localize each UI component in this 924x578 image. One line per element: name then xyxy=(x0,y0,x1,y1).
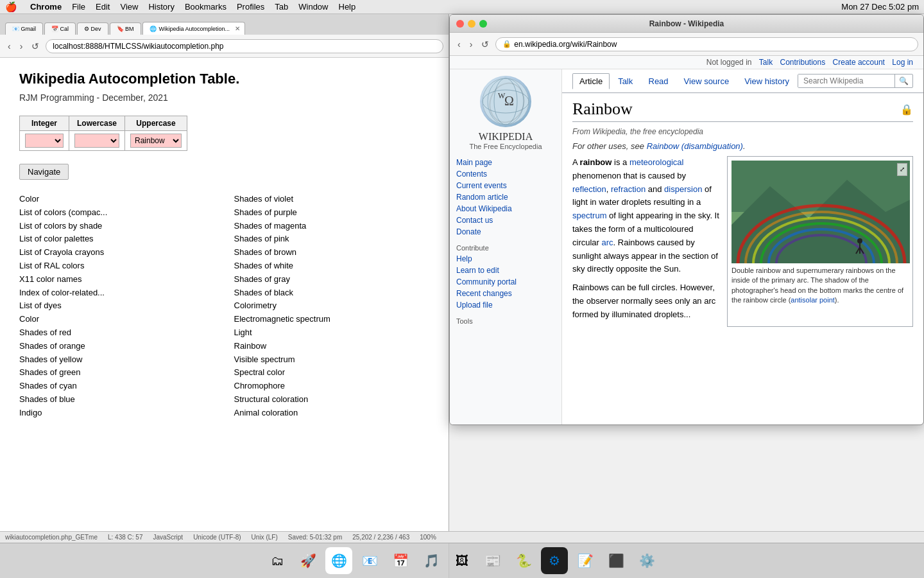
tab-view-source[interactable]: View source xyxy=(677,73,737,89)
sidebar-nav-item[interactable]: Random article xyxy=(456,191,555,203)
uppercase-select[interactable]: Rainbow xyxy=(130,134,182,148)
wiki-tab-bar: Article Talk Read View source View histo… xyxy=(562,69,923,93)
dock-calendar[interactable]: 📅 xyxy=(387,547,414,574)
apple-menu[interactable]: 🍎 xyxy=(5,1,17,13)
contributions-link[interactable]: Contributions xyxy=(780,58,826,67)
maximize-button[interactable] xyxy=(479,20,487,28)
dock-terminal[interactable]: ⬛ xyxy=(603,547,629,574)
wiki-search-button[interactable]: 🔍 xyxy=(894,74,912,87)
lowercase-select[interactable] xyxy=(74,134,119,148)
not-logged-in-text: Not logged in xyxy=(706,58,752,67)
wiki-url-text: en.wikipedia.org/wiki/Rainbow xyxy=(514,40,617,49)
sidebar-nav-item[interactable]: Current events xyxy=(456,180,555,191)
sidebar-nav-item[interactable]: Donate xyxy=(456,226,555,238)
browser-tab-3[interactable]: ⚙ Dev xyxy=(77,22,108,35)
dock-chrome[interactable]: 🌐 xyxy=(325,547,352,574)
talk-link[interactable]: Talk xyxy=(759,58,773,67)
wiki-forward-button[interactable]: › xyxy=(467,38,475,51)
menu-file[interactable]: File xyxy=(72,2,85,12)
reflection-link[interactable]: reflection xyxy=(572,184,606,194)
dispersion-link[interactable]: dispersion xyxy=(664,184,702,194)
tab-view-history[interactable]: View history xyxy=(737,73,796,89)
close-button[interactable] xyxy=(456,20,464,28)
dock-finder[interactable]: 🗂 xyxy=(264,547,291,574)
expand-icon[interactable]: ⤢ xyxy=(897,163,907,176)
browser-tab-1[interactable]: 📧 Gmail xyxy=(5,22,43,35)
wiki-logo: Ω W WIKIPEDIA The Free Encyclopedia xyxy=(456,76,555,150)
wiki-back-button[interactable]: ‹ xyxy=(455,38,463,51)
sidebar-contribute-item[interactable]: Upload file xyxy=(456,299,555,311)
browser-tab-4[interactable]: 🔖 BM xyxy=(110,22,141,35)
dock-music[interactable]: 🎵 xyxy=(418,547,445,574)
list-item: Shades of red xyxy=(19,326,215,340)
address-bar[interactable] xyxy=(46,39,443,53)
forward-button[interactable]: › xyxy=(17,40,26,53)
wiki-view-tabs: Read View source View history 🔍 xyxy=(642,73,914,89)
reload-button[interactable]: ↺ xyxy=(29,40,42,53)
sidebar-nav-item[interactable]: Main page xyxy=(456,157,555,168)
list-item: List of colors by shade xyxy=(19,220,215,233)
tab-close-icon[interactable]: ✕ xyxy=(235,25,240,32)
tab-talk[interactable]: Talk xyxy=(611,73,640,89)
browser-tab-2[interactable]: 📅 Cal xyxy=(44,22,76,35)
integer-select[interactable] xyxy=(25,134,64,148)
tab-article[interactable]: Article xyxy=(572,73,610,89)
list-item: List of RAL colors xyxy=(19,259,215,273)
create-account-link[interactable]: Create account xyxy=(833,58,885,67)
list-item: List of color palettes xyxy=(19,232,215,246)
list-item: Indigo xyxy=(19,407,215,420)
list-item: List of colors (compac... xyxy=(19,206,215,220)
meteorological-link[interactable]: meteorological xyxy=(629,157,684,167)
antisolar-link[interactable]: antisolar point xyxy=(791,296,835,304)
sidebar-nav-item[interactable]: About Wikipedia xyxy=(456,203,555,215)
log-in-link[interactable]: Log in xyxy=(892,58,913,67)
refraction-link[interactable]: refraction xyxy=(611,184,646,194)
sidebar-contribute-item[interactable]: Recent changes xyxy=(456,288,555,299)
article-from: From Wikipedia, the free encyclopedia xyxy=(572,127,913,136)
back-button[interactable]: ‹ xyxy=(5,40,13,53)
menu-window[interactable]: Window xyxy=(298,2,328,12)
list-item: Shades of magenta xyxy=(234,220,430,233)
sidebar-contribute-item[interactable]: Help xyxy=(456,253,555,265)
menu-edit[interactable]: Edit xyxy=(96,2,110,12)
menu-chrome[interactable]: Chrome xyxy=(30,2,62,12)
article-lock-icon: 🔒 xyxy=(900,103,913,116)
menu-tab[interactable]: Tab xyxy=(275,2,288,12)
menu-help[interactable]: Help xyxy=(339,2,356,12)
status-position: L: 438 C: 57 xyxy=(108,534,142,541)
disambig-link[interactable]: Rainbow (disambiguation) xyxy=(647,141,743,151)
tab-read[interactable]: Read xyxy=(642,73,676,89)
wiki-address-bar[interactable]: 🔒 en.wikipedia.org/wiki/Rainbow xyxy=(495,37,918,51)
dock-python[interactable]: 🐍 xyxy=(510,547,537,574)
sidebar-contribute-item[interactable]: Learn to edit xyxy=(456,265,555,276)
sidebar-contribute-item[interactable]: Community portal xyxy=(456,276,555,288)
menu-profiles[interactable]: Profiles xyxy=(237,2,264,12)
navigate-button[interactable]: Navigate xyxy=(19,164,69,180)
status-url: wikiautocompletion.php_GETme xyxy=(5,534,98,541)
sidebar-nav-item[interactable]: Contents xyxy=(456,168,555,180)
sidebar-nav-item[interactable]: Contact us xyxy=(456,215,555,226)
menu-bookmarks[interactable]: Bookmarks xyxy=(185,2,227,12)
dock-settings[interactable]: ⚙️ xyxy=(633,547,660,574)
arc-link[interactable]: arc xyxy=(602,238,613,247)
dock-photos[interactable]: 🖼 xyxy=(449,547,475,574)
wiki-reload-button[interactable]: ↺ xyxy=(479,38,492,51)
menu-history[interactable]: History xyxy=(148,2,174,12)
list-item: Light xyxy=(234,326,430,340)
dock-launchpad[interactable]: 🚀 xyxy=(295,547,321,574)
mac-dock: 🗂 🚀 🌐 📧 📅 🎵 🖼 📰 🐍 ⚙ 📝 ⬛ ⚙️ xyxy=(0,543,924,578)
menu-view[interactable]: View xyxy=(120,2,138,12)
browser-tab-active[interactable]: 🌐 Wikipedia Autocompletion... ✕ xyxy=(142,22,245,35)
dock-mail[interactable]: 📧 xyxy=(356,547,383,574)
svg-point-15 xyxy=(857,238,862,243)
dock-sublime[interactable]: 📝 xyxy=(572,547,599,574)
dock-news[interactable]: 📰 xyxy=(479,547,506,574)
list-item: Index of color-related... xyxy=(19,286,215,300)
left-browser-window: 📧 Gmail 📅 Cal ⚙ Dev 🔖 BM 🌐 Wikipedia Aut… xyxy=(0,14,449,578)
spectrum-link[interactable]: spectrum xyxy=(572,211,606,220)
wiki-content-tabs: Article Talk xyxy=(572,73,640,89)
wiki-search-input[interactable] xyxy=(798,74,894,87)
wiki-user-bar: Not logged in Talk Contributions Create … xyxy=(450,56,923,69)
dock-vscode[interactable]: ⚙ xyxy=(541,547,568,574)
minimize-button[interactable] xyxy=(468,20,475,28)
